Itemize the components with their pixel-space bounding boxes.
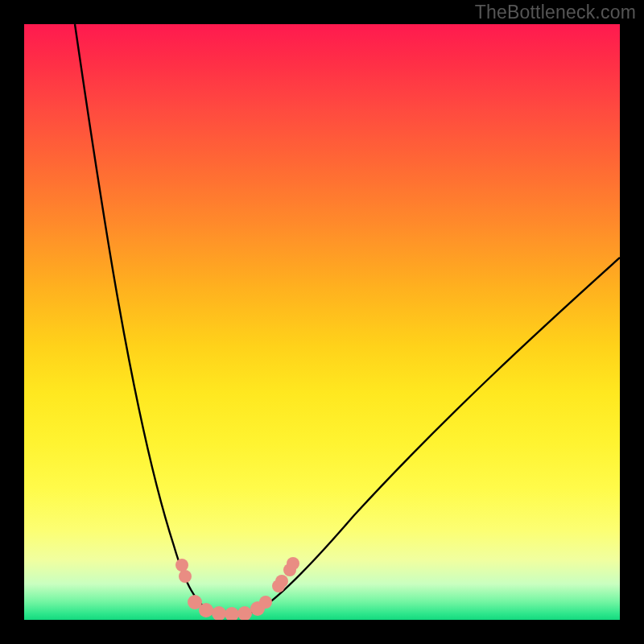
watermark-text: TheBottleneck.com <box>475 2 636 23</box>
series-marker <box>199 603 213 617</box>
bottleneck-curves <box>24 24 620 620</box>
curve-left <box>75 24 235 614</box>
series-marker <box>179 570 192 583</box>
series-marker <box>287 557 299 570</box>
series-marker <box>275 575 288 588</box>
series-marker <box>259 596 272 609</box>
chart-area <box>24 24 620 620</box>
